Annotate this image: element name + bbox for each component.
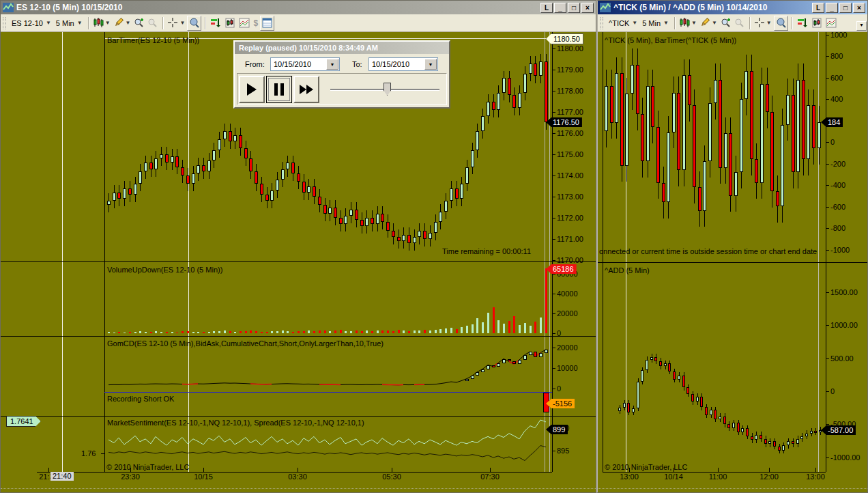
replay-dialog-titlebar[interactable]: Replay (paused) 10/15/2010 8:34:49 AM (235, 42, 449, 54)
from-date-combo[interactable]: 10/15/2010 ▼ (270, 57, 340, 71)
candle-body (778, 447, 781, 451)
zoom-out-button[interactable] (146, 16, 159, 30)
candle-body (710, 410, 712, 415)
candle-body (812, 105, 815, 148)
zoom-out-button[interactable] (733, 16, 746, 30)
gomcd-candle (502, 359, 506, 363)
properties-button[interactable] (260, 16, 274, 31)
line-chart-icon (826, 18, 837, 28)
axis-tick (826, 56, 829, 57)
chart-trader-button[interactable] (223, 16, 237, 30)
recording-status-text: Recording Short OK (107, 395, 174, 403)
cursor-mode-button[interactable]: ▼ (167, 16, 186, 30)
market-analyzer-button[interactable] (796, 16, 809, 30)
strategies-button[interactable]: $ (252, 16, 259, 30)
window-resize-edge[interactable] (1, 488, 596, 489)
maximize-button[interactable]: □ (839, 3, 852, 13)
candle-body (668, 363, 671, 371)
toolbar-overflow-button[interactable]: ▼ (856, 21, 867, 31)
data-box-button[interactable] (774, 16, 788, 31)
candle-body (677, 93, 680, 170)
close-button[interactable]: × (853, 3, 865, 13)
instrument-selector[interactable]: ^TICK▼ (607, 18, 639, 29)
chart-style-button[interactable]: ▼ (92, 16, 112, 30)
axis-tick-label: 500.00 (830, 354, 854, 363)
toolbar-separator (162, 17, 163, 29)
panel-label-volume: VolumeUpDown(ES 12-10 (5 Min)) (107, 266, 222, 274)
axis-tick-label: 800 (830, 52, 843, 60)
close-button[interactable]: × (581, 3, 594, 13)
toolbar-separator (674, 17, 675, 29)
gomcd-value-tag: -5156 (546, 399, 575, 408)
titlebar[interactable]: ^TICK (5 Min) / ^ADD (5 Min) 10/14/2010 … (598, 1, 867, 14)
minimize-button[interactable]: _ (826, 3, 838, 13)
fast-forward-button[interactable] (293, 76, 319, 103)
indicators-button[interactable] (824, 16, 838, 30)
gomcd-candle (492, 365, 495, 367)
instrument-selector[interactable]: ES 12-10▼ (10, 18, 53, 29)
window-resize-edge[interactable] (598, 488, 867, 489)
toolbar-grip[interactable] (3, 17, 6, 29)
combo-dropdown-icon[interactable]: ▼ (326, 59, 338, 70)
axis-tick (552, 333, 555, 334)
candle-body (610, 86, 613, 123)
chevron-down-icon: ▼ (632, 20, 637, 26)
window-icon (3, 3, 14, 12)
candle-body (698, 187, 701, 211)
window-icon (600, 3, 611, 12)
play-button[interactable] (239, 76, 265, 103)
zoom-in-button[interactable] (132, 16, 145, 30)
indicators-button[interactable] (237, 16, 251, 30)
axis-tick-label: -400 (830, 181, 845, 189)
axis-tick (552, 48, 555, 49)
combo-dropdown-icon[interactable]: ▼ (424, 59, 437, 70)
minimize-button[interactable]: _ (554, 3, 566, 13)
drawing-tools-button[interactable]: ▼ (113, 16, 132, 30)
panel-separator (598, 262, 867, 263)
panel-separator (1, 261, 596, 262)
axis-tick (826, 250, 829, 251)
axis-tick (826, 228, 829, 229)
pause-button[interactable] (266, 76, 292, 103)
axis-tick (826, 78, 829, 79)
toolbar-separator (792, 17, 792, 29)
axis-tick (826, 207, 829, 208)
chart-area-tick[interactable]: 10008006004000-200-400-600-800-10001500.… (598, 32, 867, 492)
data-box-button[interactable] (187, 16, 201, 31)
pencil-icon (114, 18, 124, 28)
candle-body (650, 357, 653, 360)
axis-tick-label: 600 (830, 74, 843, 82)
zoom-in-button[interactable] (719, 16, 732, 30)
candle-body (708, 103, 712, 161)
drawing-tools-button[interactable]: ▼ (699, 16, 719, 30)
candle-body (659, 361, 662, 367)
link-button[interactable]: L (812, 3, 824, 13)
candle-body (807, 105, 810, 159)
toolbar-grip[interactable] (600, 17, 603, 29)
axis-tick-label: 10000 (557, 364, 578, 372)
cursor-mode-button[interactable]: ▼ (753, 16, 773, 30)
interval-selector[interactable]: 5 Min▼ (54, 18, 85, 29)
to-date-combo[interactable]: 10/15/2010 ▼ (368, 57, 438, 71)
candle-body (746, 428, 749, 436)
maximize-button[interactable]: □ (568, 3, 580, 13)
market-analyzer-button[interactable] (209, 16, 222, 30)
magnifier-icon (776, 18, 786, 28)
interval-selector[interactable]: 5 Min▼ (640, 18, 671, 29)
candle-body (719, 80, 722, 168)
replay-dialog[interactable]: Replay (paused) 10/15/2010 8:34:49 AM Fr… (233, 40, 450, 109)
time-axis-tick (48, 468, 49, 472)
titlebar[interactable]: ES 12-10 (5 Min) 10/15/2010 L _ □ × (1, 1, 596, 14)
candle-body (724, 133, 727, 167)
chart-window-es: ES 12-10 (5 Min) 10/15/2010 L _ □ × ES 1… (0, 0, 596, 493)
last-price-tag: 1176.50 (546, 117, 582, 127)
session-line (826, 32, 826, 472)
link-button[interactable]: L (540, 3, 553, 13)
candle-body (646, 360, 648, 370)
chart-trader-button[interactable] (810, 16, 824, 30)
gomcd-candle (476, 372, 479, 376)
candle-body (703, 161, 706, 210)
chart-style-button[interactable]: ▼ (678, 16, 698, 30)
chevron-down-icon: ▼ (712, 20, 717, 26)
candle-body (792, 95, 795, 172)
